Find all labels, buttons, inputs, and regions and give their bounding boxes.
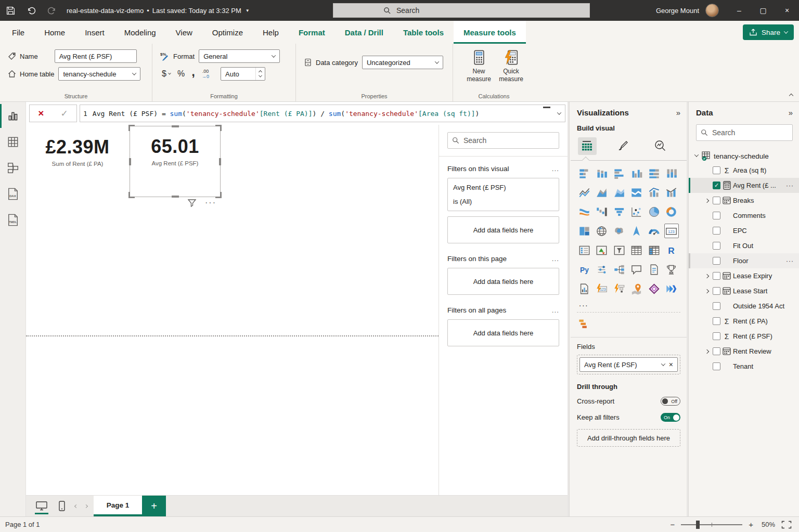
previous-page-arrow[interactable] bbox=[74, 504, 78, 508]
formula-bar-resize-handle[interactable] bbox=[543, 107, 550, 108]
scatter-chart-icon[interactable] bbox=[629, 204, 644, 219]
document-title[interactable]: real-estate-data-viz-demo • Last saved: … bbox=[67, 7, 250, 15]
mobile-layout-button[interactable] bbox=[53, 496, 71, 516]
maximize-button[interactable]: ▢ bbox=[751, 0, 775, 21]
automated-insights-icon[interactable] bbox=[612, 281, 626, 296]
visual-filter-icon[interactable] bbox=[187, 198, 197, 207]
decomposition-tree-icon[interactable] bbox=[612, 262, 626, 277]
paginated-report-icon[interactable] bbox=[647, 262, 661, 277]
zoom-out-button[interactable]: − bbox=[670, 520, 675, 529]
new-page-button[interactable]: + bbox=[142, 496, 166, 516]
field-checkbox[interactable] bbox=[713, 272, 720, 280]
card-visual-avg-rent[interactable]: 65.01 Avg Rent (£ PSF) bbox=[130, 136, 220, 166]
table-node-tenancy-schedule[interactable]: tenancy-schedule bbox=[689, 149, 799, 163]
dax-query-view-button[interactable]: DAX bbox=[4, 185, 22, 203]
field-row-rent-review[interactable]: Rent Review bbox=[689, 344, 799, 359]
resize-handle[interactable] bbox=[129, 158, 131, 165]
close-button[interactable]: × bbox=[775, 0, 799, 21]
menu-tab-format[interactable]: Format bbox=[289, 21, 335, 44]
menu-tab-help[interactable]: Help bbox=[253, 21, 289, 44]
filter-card[interactable]: Avg Rent (£ PSF)is (All) bbox=[447, 178, 559, 211]
formula-bar-expand-icon[interactable] bbox=[557, 110, 561, 114]
quick-measure-button[interactable]: Quick measure bbox=[496, 49, 526, 83]
report-icon[interactable] bbox=[577, 281, 591, 296]
field-more-options[interactable]: ··· bbox=[786, 257, 794, 265]
multi-row-card-icon[interactable] bbox=[577, 243, 591, 257]
field-expander-icon[interactable] bbox=[705, 289, 709, 293]
redo-icon[interactable] bbox=[42, 0, 62, 21]
share-button[interactable]: Share bbox=[743, 24, 794, 40]
field-row-comments[interactable]: Comments bbox=[689, 208, 799, 223]
thousands-separator-button[interactable]: , bbox=[191, 69, 195, 79]
collapse-visualizations-icon[interactable]: » bbox=[676, 108, 680, 117]
format-select[interactable]: General bbox=[199, 49, 280, 63]
user-name[interactable]: George Mount bbox=[656, 7, 699, 15]
line-and-clustered-column-chart-icon[interactable] bbox=[664, 185, 679, 200]
resize-handle[interactable] bbox=[215, 192, 222, 198]
menu-tab-insert[interactable]: Insert bbox=[75, 21, 114, 44]
home-table-select[interactable]: tenancy-schedule bbox=[58, 67, 140, 81]
resize-handle[interactable] bbox=[128, 192, 135, 198]
map-icon[interactable] bbox=[595, 224, 609, 238]
decimal-count-stepper[interactable]: Auto bbox=[221, 67, 265, 81]
field-checkbox[interactable] bbox=[713, 347, 720, 355]
kpi-icon[interactable] bbox=[595, 243, 609, 257]
field-row-rent-psf[interactable]: ΣRent (£ PSF) bbox=[689, 329, 799, 344]
minimize-button[interactable]: – bbox=[727, 0, 751, 21]
100-stacked-area-chart-icon[interactable] bbox=[629, 185, 644, 200]
menu-tab-data-drill[interactable]: Data / Drill bbox=[335, 21, 393, 44]
card-visual-sum-rent[interactable]: £2.39M Sum of Rent (£ PA) bbox=[33, 136, 122, 167]
stacked-bar-chart-icon[interactable] bbox=[577, 166, 591, 180]
desktop-layout-button[interactable] bbox=[30, 496, 53, 516]
custom-visual-gantt-icon[interactable] bbox=[578, 318, 680, 332]
menu-tab-home[interactable]: Home bbox=[34, 21, 75, 44]
field-checkbox[interactable] bbox=[713, 362, 720, 370]
undo-icon[interactable] bbox=[21, 0, 42, 21]
field-row-tenant[interactable]: Tenant bbox=[689, 359, 799, 374]
currency-button[interactable]: $ bbox=[162, 69, 171, 79]
data-search-input[interactable]: Search bbox=[696, 124, 793, 141]
field-row-area-sq-ft[interactable]: ΣArea (sq ft) bbox=[689, 163, 799, 178]
add-data-fields-dropzone[interactable]: Add data fields here bbox=[447, 268, 559, 295]
arcgis-map-icon[interactable] bbox=[629, 281, 644, 296]
menu-tab-measure-tools[interactable]: Measure tools bbox=[454, 21, 526, 44]
build-visual-tab[interactable] bbox=[578, 137, 597, 155]
line-and-stacked-column-chart-icon[interactable] bbox=[647, 185, 661, 200]
table-expander-icon[interactable] bbox=[694, 152, 699, 157]
resize-handle[interactable] bbox=[172, 196, 179, 198]
next-page-arrow[interactable] bbox=[84, 504, 88, 508]
new-measure-button[interactable]: New measure bbox=[464, 49, 494, 83]
measure-name-input[interactable]: Avg Rent (£ PSF) bbox=[55, 49, 137, 63]
field-chip-avg-rent[interactable]: Avg Rent (£ PSF) × bbox=[579, 357, 678, 372]
report-view-button[interactable] bbox=[4, 107, 22, 125]
card-icon[interactable]: 123 bbox=[664, 224, 679, 238]
field-checkbox[interactable] bbox=[713, 166, 720, 174]
clustered-column-chart-icon[interactable] bbox=[629, 166, 644, 180]
field-expander-icon[interactable] bbox=[705, 198, 709, 202]
selected-card-visual[interactable]: 65.01 Avg Rent (£ PSF) bbox=[130, 126, 221, 197]
keep-all-filters-toggle[interactable]: On bbox=[661, 413, 680, 422]
menu-tab-table-tools[interactable]: Table tools bbox=[393, 21, 454, 44]
get-more-visuals-button[interactable]: ... bbox=[579, 299, 680, 308]
smart-narrative-icon[interactable] bbox=[629, 262, 644, 277]
field-checkbox[interactable] bbox=[713, 302, 720, 310]
azure-map-icon[interactable] bbox=[629, 224, 644, 238]
menu-tab-file[interactable]: File bbox=[2, 21, 34, 44]
drill-through-field-well[interactable]: Add drill-through fields here bbox=[577, 429, 680, 447]
field-row-breaks[interactable]: Breaks bbox=[689, 193, 799, 208]
field-row-floor[interactable]: Floor··· bbox=[689, 253, 799, 268]
zoom-in-button[interactable]: + bbox=[749, 520, 753, 529]
zoom-slider[interactable] bbox=[681, 524, 742, 525]
table-icon[interactable] bbox=[629, 243, 644, 257]
field-row-lease-start[interactable]: Lease Start bbox=[689, 283, 799, 299]
field-row-rent-pa[interactable]: ΣRent (£ PA) bbox=[689, 314, 799, 329]
field-checkbox[interactable] bbox=[713, 317, 720, 325]
analytics-tab[interactable] bbox=[651, 137, 669, 155]
resize-handle[interactable] bbox=[172, 125, 179, 127]
metrics-icon[interactable] bbox=[664, 262, 679, 277]
format-visual-tab[interactable] bbox=[614, 137, 633, 155]
tmdl-view-button[interactable]: TMDL bbox=[4, 211, 22, 229]
add-data-fields-dropzone[interactable]: Add data fields here bbox=[447, 319, 559, 346]
cross-report-toggle[interactable]: Off bbox=[661, 397, 680, 406]
field-row-lease-expiry[interactable]: Lease Expiry bbox=[689, 268, 799, 283]
